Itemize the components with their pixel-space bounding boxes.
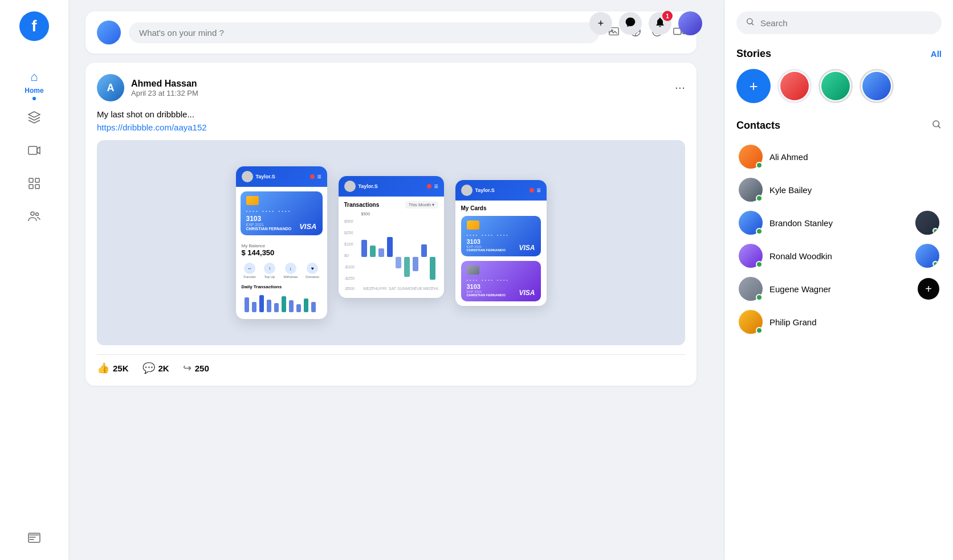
sidebar-item-shop[interactable] bbox=[27, 177, 41, 194]
video-icon bbox=[27, 144, 41, 161]
svg-rect-20 bbox=[245, 297, 249, 312]
contacts-section: Contacts Ali Ahmed Kyle Bailey bbox=[736, 119, 942, 338]
share-count: 250 bbox=[195, 363, 209, 373]
story-1[interactable] bbox=[777, 69, 812, 103]
svg-rect-3 bbox=[29, 185, 33, 189]
add-story-button[interactable]: + bbox=[736, 69, 771, 103]
comment-icon: 💬 bbox=[142, 362, 155, 374]
mock-card-2: Taylor.S ≡ Transactions This Month ▾ bbox=[339, 176, 444, 298]
layers-icon bbox=[27, 111, 41, 128]
svg-text:-$100: -$100 bbox=[344, 265, 355, 269]
svg-text:$250: $250 bbox=[344, 231, 353, 235]
contact-item-brandon-stanley[interactable]: Brandon Stanley bbox=[736, 206, 942, 239]
right-sidebar: Stories All + Contacts bbox=[725, 0, 953, 560]
contact-avatar-eugene-wagner bbox=[739, 277, 763, 301]
svg-text:-$500: -$500 bbox=[344, 287, 355, 291]
facebook-logo[interactable]: f bbox=[19, 11, 49, 41]
contact-name-ali-ahmed: Ali Ahmed bbox=[769, 152, 939, 162]
svg-rect-25 bbox=[282, 296, 286, 312]
contact-item-ali-ahmed[interactable]: Ali Ahmed bbox=[736, 140, 942, 173]
notification-count: 1 bbox=[662, 11, 673, 21]
post-actions: 👍 25K 💬 2K ↪ 250 bbox=[97, 354, 685, 374]
svg-rect-24 bbox=[274, 303, 279, 312]
svg-text:THU: THU bbox=[372, 287, 380, 291]
svg-text:-$250: -$250 bbox=[344, 276, 355, 280]
active-indicator bbox=[32, 97, 36, 100]
svg-rect-27 bbox=[296, 304, 301, 312]
svg-rect-21 bbox=[252, 302, 256, 312]
mock-card-1: Taylor.S ≡ •••• •••• •••• 3103 EXP 2021 bbox=[236, 166, 327, 319]
svg-rect-26 bbox=[289, 300, 294, 312]
sidebar-item-home[interactable]: ⌂ Home bbox=[25, 70, 43, 95]
search-icon bbox=[746, 17, 755, 28]
contact-avatar-kyle-bailey bbox=[739, 178, 763, 202]
sidebar-bottom bbox=[27, 532, 41, 549]
contact-item-ronald-woodkin[interactable]: Ronald Woodkin bbox=[736, 239, 942, 272]
contacts-search-icon[interactable] bbox=[931, 119, 942, 132]
like-action[interactable]: 👍 25K bbox=[97, 362, 129, 374]
sidebar-item-video[interactable] bbox=[27, 144, 41, 161]
header-right: + 1 bbox=[589, 11, 702, 35]
stories-header: Stories All bbox=[736, 48, 942, 60]
contact-item-eugene-wagner[interactable]: Eugene Wagner + bbox=[736, 272, 942, 305]
plus-icon: + bbox=[598, 18, 604, 30]
post-more-button[interactable]: ··· bbox=[675, 80, 685, 95]
stories-all-link[interactable]: All bbox=[931, 49, 942, 59]
contact-name-ronald-woodkin: Ronald Woodkin bbox=[769, 251, 909, 261]
svg-rect-45 bbox=[421, 244, 427, 257]
comment-action[interactable]: 💬 2K bbox=[142, 362, 169, 374]
add-contact-button[interactable]: + bbox=[918, 278, 939, 300]
svg-point-6 bbox=[36, 213, 39, 216]
sidebar-item-groups[interactable] bbox=[27, 210, 41, 227]
home-icon: ⌂ bbox=[30, 70, 38, 84]
svg-rect-4 bbox=[35, 185, 39, 189]
sidebar-item-layers[interactable] bbox=[27, 111, 41, 128]
svg-rect-0 bbox=[28, 146, 37, 154]
search-box bbox=[736, 11, 942, 34]
svg-text:MON: MON bbox=[406, 287, 415, 291]
composer-input[interactable] bbox=[129, 22, 600, 43]
story-2[interactable] bbox=[818, 69, 853, 103]
post-date: April 23 at 11:32 PM bbox=[131, 89, 198, 97]
story-3[interactable] bbox=[860, 69, 894, 103]
svg-rect-39 bbox=[370, 246, 376, 257]
svg-rect-44 bbox=[413, 257, 418, 271]
contact-item-philip-grand[interactable]: Philip Grand bbox=[736, 305, 942, 338]
add-button[interactable]: + bbox=[589, 12, 612, 35]
svg-text:WED: WED bbox=[423, 287, 432, 291]
groups-icon bbox=[27, 210, 41, 227]
notifications-button[interactable]: 1 bbox=[649, 12, 671, 35]
svg-text:THU: THU bbox=[431, 287, 438, 291]
svg-text:TUE: TUE bbox=[414, 287, 422, 291]
messenger-button[interactable] bbox=[619, 12, 642, 35]
header-profile-avatar[interactable] bbox=[678, 11, 702, 35]
sidebar-item-label: Home bbox=[25, 87, 43, 95]
share-action[interactable]: ↪ 250 bbox=[183, 362, 209, 374]
svg-rect-42 bbox=[396, 257, 401, 268]
svg-rect-29 bbox=[311, 302, 316, 312]
contact-name-eugene-wagner: Eugene Wagner bbox=[769, 284, 911, 294]
svg-rect-28 bbox=[304, 299, 308, 312]
svg-rect-22 bbox=[259, 295, 264, 312]
svg-text:$100: $100 bbox=[344, 242, 353, 246]
main-content: A Ahmed Hassan April 23 at 11:32 PM ··· … bbox=[68, 0, 714, 560]
search-input[interactable] bbox=[760, 18, 932, 28]
svg-rect-43 bbox=[404, 257, 410, 277]
post-author-avatar: A bbox=[97, 74, 124, 101]
contact-name-philip-grand: Philip Grand bbox=[769, 317, 939, 327]
brandon-action-avatar[interactable] bbox=[915, 211, 939, 235]
post-link[interactable]: https://dribbble.com/aaya152 bbox=[97, 122, 685, 132]
add-story-icon: + bbox=[749, 77, 757, 95]
post-header: A Ahmed Hassan April 23 at 11:32 PM ··· bbox=[97, 74, 685, 101]
post-author-info: A Ahmed Hassan April 23 at 11:32 PM bbox=[97, 74, 198, 101]
ronald-action-avatar[interactable] bbox=[915, 244, 939, 268]
svg-rect-40 bbox=[378, 248, 384, 257]
mock-card-3: Taylor.S ≡ My Cards •••• •••• •••• bbox=[455, 180, 547, 306]
svg-rect-41 bbox=[387, 237, 393, 257]
contact-avatar-brandon-stanley bbox=[739, 211, 763, 235]
feedback-icon[interactable] bbox=[27, 532, 41, 549]
post-image: Taylor.S ≡ •••• •••• •••• 3103 EXP 2021 bbox=[97, 140, 685, 345]
contact-item-kyle-bailey[interactable]: Kyle Bailey bbox=[736, 173, 942, 206]
post-author-details: Ahmed Hassan April 23 at 11:32 PM bbox=[131, 79, 198, 97]
svg-rect-38 bbox=[361, 240, 367, 257]
